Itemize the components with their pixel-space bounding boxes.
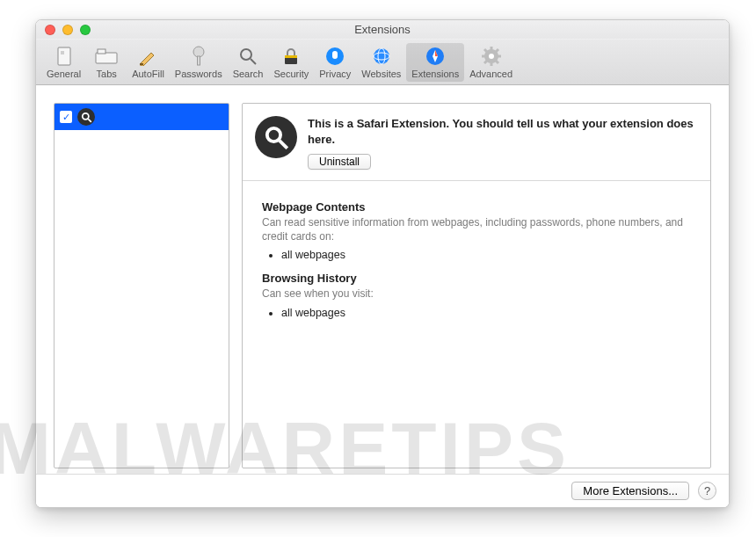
extensions-sidebar: ✓ [54, 103, 229, 468]
svg-rect-13 [285, 55, 297, 58]
close-window-button[interactable] [45, 25, 55, 35]
gear-icon [479, 45, 504, 68]
svg-rect-9 [197, 56, 200, 65]
preferences-toolbar: General Tabs AutoFill Passwords Search [36, 40, 729, 85]
titlebar: Extensions [36, 20, 729, 40]
tab-label: Search [233, 69, 264, 79]
tab-label: Advanced [469, 69, 512, 79]
traffic-lights [45, 25, 91, 35]
compass-icon [423, 45, 447, 68]
magnifier-icon [236, 45, 260, 68]
tab-passwords[interactable]: Passwords [170, 43, 228, 82]
tab-label: AutoFill [132, 69, 164, 79]
svg-point-34 [267, 128, 280, 142]
tab-extensions[interactable]: Extensions [406, 43, 464, 82]
more-extensions-button[interactable]: More Extensions... [571, 482, 689, 500]
tab-tabs[interactable]: Tabs [86, 43, 127, 82]
svg-line-35 [280, 141, 287, 149]
permissions-block: Webpage Contents Can read sensitive info… [243, 181, 710, 337]
minimize-window-button[interactable] [62, 25, 73, 35]
tab-label: Privacy [319, 69, 351, 79]
tab-label: General [47, 69, 81, 79]
svg-line-28 [484, 49, 487, 52]
tab-label: Websites [361, 69, 401, 79]
tab-label: Passwords [175, 69, 222, 79]
tabs-icon [94, 45, 119, 68]
svg-rect-3 [61, 51, 64, 54]
permission-title: Browsing History [262, 272, 691, 285]
svg-point-32 [82, 112, 88, 119]
privacy-icon [323, 45, 347, 68]
tab-autofill[interactable]: AutoFill [127, 43, 170, 82]
search-icon [77, 108, 95, 126]
permission-item: all webpages [281, 249, 691, 261]
svg-rect-5 [98, 49, 105, 54]
svg-rect-7 [140, 63, 143, 65]
help-button[interactable]: ? [698, 482, 716, 500]
extension-description: This is a Safari Extension. You should t… [308, 116, 698, 147]
permission-title: Webpage Contents [262, 200, 691, 214]
svg-line-33 [88, 119, 91, 122]
tab-general[interactable]: General [41, 43, 86, 82]
preferences-window: Extensions General Tabs AutoFill Passwor… [35, 19, 730, 508]
permission-subtitle: Can see when you visit: [262, 287, 691, 301]
svg-point-16 [374, 48, 389, 64]
permission-item: all webpages [281, 307, 691, 319]
extension-enabled-checkbox[interactable]: ✓ [60, 111, 72, 123]
footer-bar: More Extensions... ? [36, 474, 729, 507]
svg-line-11 [251, 59, 256, 64]
tab-websites[interactable]: Websites [356, 43, 406, 82]
lock-icon [279, 45, 303, 68]
tab-search[interactable]: Search [228, 43, 269, 82]
content-area: ✓ This is a Safari Extension. You should… [36, 85, 729, 507]
tab-privacy[interactable]: Privacy [314, 43, 356, 82]
uninstall-button[interactable]: Uninstall [308, 154, 371, 170]
svg-point-10 [241, 49, 251, 60]
extension-detail: This is a Safari Extension. You should t… [242, 103, 711, 468]
svg-point-8 [193, 47, 204, 57]
tab-label: Tabs [97, 69, 117, 79]
permission-subtitle: Can read sensitive information from webp… [262, 215, 691, 243]
svg-rect-4 [96, 53, 117, 63]
key-icon [186, 45, 211, 68]
svg-rect-15 [332, 51, 338, 59]
tab-label: Extensions [411, 69, 459, 79]
globe-icon [369, 45, 394, 68]
search-icon [255, 116, 297, 158]
zoom-window-button[interactable] [80, 25, 91, 35]
extension-list-item[interactable]: ✓ [55, 104, 229, 130]
svg-rect-2 [58, 47, 70, 65]
svg-line-29 [496, 61, 498, 63]
tab-advanced[interactable]: Advanced [464, 43, 518, 82]
window-title: Extensions [43, 23, 722, 36]
svg-line-31 [496, 49, 498, 52]
autofill-icon [135, 45, 160, 68]
tab-label: Security [273, 69, 309, 79]
extension-header: This is a Safari Extension. You should t… [243, 104, 710, 181]
general-icon [52, 45, 76, 68]
svg-point-23 [489, 54, 494, 59]
tab-security[interactable]: Security [268, 43, 314, 82]
svg-line-30 [484, 61, 487, 63]
